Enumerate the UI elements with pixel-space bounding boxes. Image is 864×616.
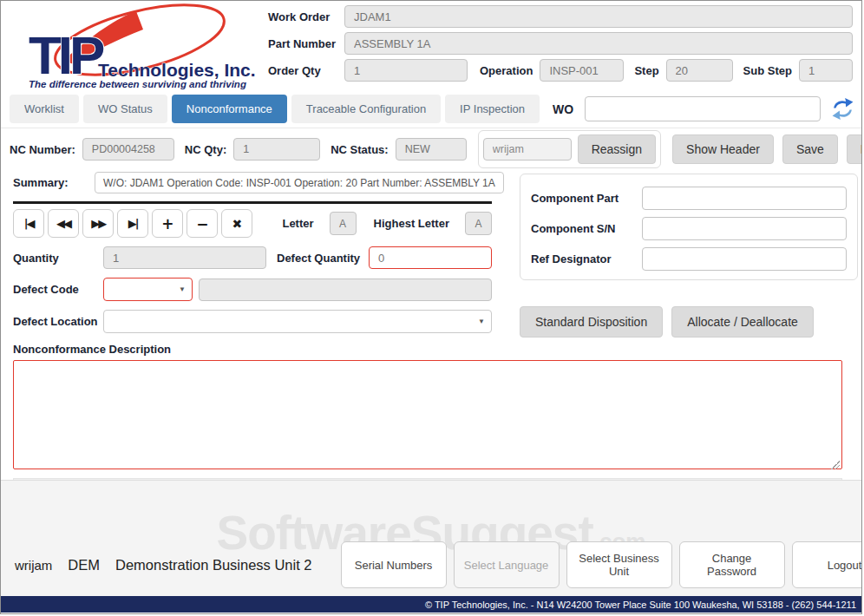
component-part-field[interactable] [642, 187, 847, 210]
company-logo: TIP Technologies, Inc. The difference be… [8, 3, 266, 90]
app-window: TIP Technologies, Inc. The difference be… [0, 0, 862, 614]
chevron-down-icon: ▼ [179, 285, 186, 293]
operation-label: Operation [480, 64, 533, 77]
nc-number-label: NC Number: [10, 143, 75, 156]
standard-disposition-button[interactable]: Standard Disposition [520, 306, 663, 337]
component-part-label: Component Part [531, 192, 642, 205]
sub-step-label: Sub Step [743, 64, 792, 77]
defect-entry-panel: Summary: W/O: JDAM1 Operation Code: INSP… [13, 172, 504, 333]
logo-tagline: The difference between surviving and thr… [29, 79, 246, 89]
part-number-field [344, 32, 853, 55]
defect-quantity-field[interactable] [369, 246, 492, 269]
operation-field [540, 59, 624, 82]
part-number-label: Part Number [268, 37, 344, 50]
textarea-resize-handle[interactable] [831, 461, 840, 469]
step-field [666, 59, 733, 82]
nc-number-field [82, 138, 174, 161]
last-record-button[interactable]: ▶| [117, 209, 148, 238]
tab-bar: Worklist WO Status Nonconformance Tracea… [10, 95, 854, 123]
tabs-divider [1, 128, 861, 128]
process-button[interactable]: Process [847, 134, 862, 164]
sub-step-field [799, 59, 853, 82]
step-label: Step [634, 64, 658, 77]
defect-location-select[interactable]: ▼ [103, 310, 492, 333]
tab-worklist[interactable]: Worklist [10, 95, 79, 123]
nc-qty-label: NC Qty: [185, 143, 226, 156]
previous-record-button[interactable]: ◀◀ [48, 209, 79, 238]
ref-designator-label: Ref Designator [531, 252, 642, 265]
wo-search-input[interactable] [585, 96, 821, 121]
tab-nonconformance[interactable]: Nonconformance [172, 95, 287, 123]
record-navigation-toolbar: |◀ ◀◀ ▶▶ ▶| + − ✖ Letter Highest Letter [13, 209, 492, 238]
highest-letter-label: Highest Letter [374, 217, 449, 230]
defect-code-select[interactable]: ▼ [103, 278, 193, 301]
logo-company-text: Technologies, Inc. [98, 60, 256, 80]
session-bar: wrijam DEM Demonstration Business Unit 2… [15, 541, 853, 588]
highest-letter-field [465, 212, 492, 235]
footer-bar: © TIP Technologies, Inc. - N14 W24200 To… [1, 596, 861, 613]
assignee-field [483, 138, 572, 161]
defect-code-label: Defect Code [13, 283, 103, 296]
nonconformance-description-textarea[interactable] [13, 360, 842, 469]
tab-ip-inspection[interactable]: IP Inspection [445, 95, 540, 123]
nc-qty-field [233, 138, 320, 161]
ref-designator-field[interactable] [642, 247, 847, 271]
component-panel: Component Part Component S/N Ref Designa… [520, 174, 858, 337]
component-sn-label: Component S/N [531, 222, 642, 235]
component-box: Component Part Component S/N Ref Designa… [520, 174, 858, 280]
select-language-button: Select Language [454, 541, 560, 588]
first-record-button[interactable]: |◀ [13, 209, 44, 238]
quantity-field [103, 246, 266, 269]
reassign-group: Reassign [478, 130, 661, 168]
nc-status-field [396, 138, 467, 161]
summary-label: Summary: [13, 176, 95, 189]
chevron-down-icon: ▼ [478, 318, 485, 325]
logout-button[interactable]: Logout [792, 541, 862, 588]
nonconformance-description-label: Nonconformance Description [13, 343, 853, 356]
add-record-button[interactable]: + [152, 209, 183, 238]
main-content: Summary: W/O: JDAM1 Operation Code: INSP… [13, 172, 853, 499]
refresh-button[interactable] [831, 97, 854, 121]
work-order-field [344, 5, 853, 28]
letter-label: Letter [282, 217, 313, 230]
order-qty-field [344, 59, 468, 82]
tip-logo-graphic: TIP Technologies, Inc. The difference be… [8, 3, 266, 90]
nc-status-label: NC Status: [331, 143, 388, 156]
tab-traceable-configuration[interactable]: Traceable Configuration [291, 95, 441, 123]
defect-location-label: Defect Location [13, 315, 103, 328]
select-business-unit-button[interactable]: Select Business Unit [566, 541, 672, 588]
save-button[interactable]: Save [782, 134, 838, 164]
component-sn-field[interactable] [642, 217, 847, 240]
bottom-panel: SoftwareSuggest.com wrijam DEM Demonstra… [1, 480, 861, 596]
session-business-unit: Demonstration Business Unit 2 [115, 557, 312, 573]
work-order-header-form: Work Order Part Number Order Qty Operati… [268, 5, 853, 86]
show-header-button[interactable]: Show Header [672, 134, 774, 164]
logo-tip-text: TIP [29, 25, 104, 85]
footer-copyright: © TIP Technologies, Inc. - N14 W24200 To… [425, 600, 856, 610]
summary-value: W/O: JDAM1 Operation Code: INSP-001 Oper… [95, 172, 504, 193]
session-username: wrijam [15, 558, 52, 573]
wo-search-label: WO [553, 102, 573, 116]
allocate-deallocate-button[interactable]: Allocate / Deallocate [671, 306, 814, 337]
reassign-button[interactable]: Reassign [578, 134, 656, 164]
serial-numbers-button[interactable]: Serial Numbers [341, 541, 447, 588]
close-record-button[interactable]: ✖ [221, 209, 252, 238]
defect-quantity-label: Defect Quantity [277, 252, 360, 265]
change-password-button[interactable]: Change Password [679, 541, 785, 588]
order-qty-label: Order Qty [268, 64, 344, 77]
quantity-label: Quantity [13, 252, 103, 265]
letter-field [330, 212, 357, 235]
next-record-button[interactable]: ▶▶ [82, 209, 114, 238]
nc-header-bar: NC Number: NC Qty: NC Status: Reassign S… [10, 132, 853, 167]
session-environment: DEM [68, 557, 100, 573]
remove-record-button[interactable]: − [187, 209, 218, 238]
section-divider [13, 201, 492, 204]
work-order-label: Work Order [268, 10, 344, 23]
tab-wo-status[interactable]: WO Status [83, 95, 167, 123]
defect-code-description-field [199, 279, 492, 301]
refresh-icon [831, 97, 854, 121]
